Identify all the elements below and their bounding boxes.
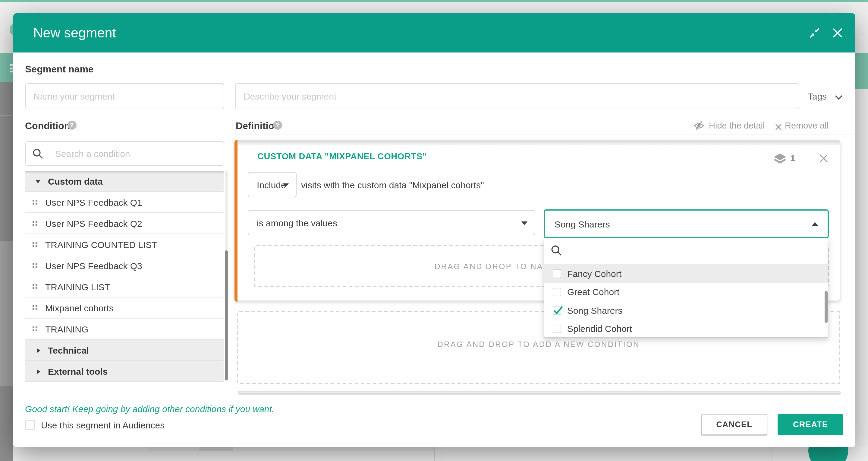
- triangle-right-icon: [36, 369, 40, 374]
- chevron-down-icon[interactable]: [835, 93, 843, 104]
- create-button[interactable]: CREATE: [778, 414, 843, 435]
- option-label: Great Cohort: [567, 283, 619, 301]
- dropdown-scrollbar-thumb[interactable]: [825, 291, 827, 323]
- condition-item[interactable]: TRAINING: [25, 319, 223, 340]
- value-search-input[interactable]: [567, 243, 808, 260]
- condition-sentence: visits with the custom data "Mixpanel co…: [301, 172, 484, 197]
- caret-up-icon: [812, 222, 818, 225]
- drag-handle-icon[interactable]: [32, 305, 39, 311]
- dialog-title: New segment: [33, 13, 116, 52]
- group-label: Technical: [48, 340, 89, 361]
- option-label: Song Sharers: [567, 301, 622, 319]
- checkbox-icon[interactable]: [553, 324, 561, 333]
- drag-handle-icon[interactable]: [32, 263, 39, 269]
- condition-item[interactable]: TRAINING LIST: [25, 276, 223, 297]
- condition-item-label: TRAINING: [45, 319, 88, 340]
- condition-item-label: TRAINING LIST: [45, 276, 110, 297]
- collapse-icon[interactable]: [809, 27, 819, 38]
- app-navbar-right: [855, 53, 868, 89]
- sidebar-selected-item: [0, 241, 13, 386]
- cohort-option-song-sharers[interactable]: Song Sharers: [544, 301, 828, 319]
- definition-horizontal-scrollbar[interactable]: [238, 391, 841, 395]
- drag-handle-icon[interactable]: [32, 221, 39, 227]
- search-icon: [551, 245, 563, 257]
- close-icon[interactable]: [832, 27, 842, 38]
- condition-item[interactable]: User NPS Feedback Q3: [25, 255, 223, 276]
- caret-down-icon: [283, 183, 289, 187]
- audiences-checkbox-label[interactable]: Use this segment in Audiences: [41, 420, 164, 430]
- sidebar-divider: [0, 115, 13, 116]
- list-scroll-shadow: [25, 171, 223, 174]
- checkbox-icon[interactable]: [553, 288, 561, 296]
- layers-icon: [773, 153, 786, 166]
- option-label: Fancy Cohort: [567, 264, 621, 283]
- remove-all-button[interactable]: Remove all: [785, 121, 829, 130]
- condition-item[interactable]: Mixpanel cohorts: [25, 297, 223, 319]
- definition-divider: [235, 134, 855, 135]
- condition-item-label: User NPS Feedback Q2: [45, 213, 142, 234]
- triangle-down-icon: [35, 180, 40, 183]
- condition-item-label: Mixpanel cohorts: [45, 297, 114, 319]
- remove-condition-icon[interactable]: [819, 153, 828, 165]
- app-content-behind: [13, 447, 868, 461]
- cohort-option-splendid-cohort[interactable]: Splendid Cohort: [544, 319, 828, 338]
- drag-handle-icon[interactable]: [32, 242, 39, 248]
- condition-list: Custom dataUser NPS Feedback Q1User NPS …: [25, 171, 223, 382]
- checkbox-icon[interactable]: [553, 269, 561, 278]
- condition-card-title: CUSTOM DATA "MIXPANEL COHORTS": [257, 151, 427, 161]
- triangle-right-icon: [36, 348, 40, 353]
- drag-handle-icon[interactable]: [32, 326, 39, 333]
- app-top-strip: [0, 0, 868, 2]
- condition-item-label: TRAINING COUNTED LIST: [45, 234, 157, 255]
- condition-group-external-tools[interactable]: External tools: [25, 361, 223, 382]
- search-icon: [32, 148, 44, 160]
- definition-help-icon[interactable]: [273, 121, 282, 130]
- cohort-option-great-cohort[interactable]: Great Cohort: [544, 283, 828, 301]
- condition-group-technical[interactable]: Technical: [25, 340, 223, 361]
- condition-item[interactable]: User NPS Feedback Q1: [25, 192, 223, 213]
- cancel-button[interactable]: CANCEL: [701, 414, 767, 435]
- group-label: External tools: [48, 361, 107, 382]
- new-segment-dialog: New segment Segment name Tags: [13, 13, 855, 447]
- cohort-option-fancy-cohort[interactable]: Fancy Cohort: [544, 264, 828, 283]
- hint-text: Good start! Keep going by adding other c…: [25, 403, 274, 414]
- conditions-scrollbar-thumb[interactable]: [225, 251, 227, 380]
- conditions-help-icon[interactable]: [67, 121, 76, 130]
- remove-all-icon[interactable]: [775, 122, 782, 133]
- include-select[interactable]: Include: [248, 172, 297, 197]
- checkbox-checked-icon[interactable]: [553, 306, 561, 315]
- dialog-header: New segment: [13, 13, 855, 52]
- value-select[interactable]: Song Sharers: [544, 209, 829, 238]
- condition-item-label: User NPS Feedback Q1: [45, 192, 142, 213]
- layer-count: 1: [790, 153, 795, 163]
- drag-handle-icon[interactable]: [32, 200, 39, 206]
- segment-name-label: Segment name: [25, 64, 94, 75]
- condition-color-bar: [235, 140, 237, 302]
- audiences-checkbox[interactable]: [25, 420, 35, 429]
- condition-search-box: [25, 141, 224, 166]
- segment-description-input[interactable]: [235, 83, 799, 109]
- screen: New segment Segment name Tags: [0, 0, 868, 461]
- group-label: Custom data: [48, 171, 103, 192]
- tags-dropdown-label[interactable]: Tags: [808, 91, 827, 101]
- app-sidebar: [0, 82, 13, 461]
- condition-item-label: User NPS Feedback Q3: [45, 255, 142, 276]
- value-dropdown-panel: Fancy CohortGreat CohortSong SharersSple…: [544, 238, 828, 338]
- condition-group-custom-data[interactable]: Custom data: [25, 171, 223, 192]
- condition-search-input[interactable]: [47, 142, 222, 165]
- operator-select[interactable]: is among the values: [248, 210, 535, 235]
- condition-item[interactable]: User NPS Feedback Q2: [25, 213, 223, 234]
- eye-slash-icon[interactable]: [693, 120, 705, 134]
- hide-detail-button[interactable]: Hide the detail: [709, 121, 765, 130]
- condition-item[interactable]: TRAINING COUNTED LIST: [25, 234, 223, 255]
- drag-handle-icon[interactable]: [32, 284, 39, 290]
- segment-name-input[interactable]: [25, 83, 224, 109]
- caret-down-icon: [521, 221, 527, 225]
- option-label: Splendid Cohort: [567, 319, 632, 338]
